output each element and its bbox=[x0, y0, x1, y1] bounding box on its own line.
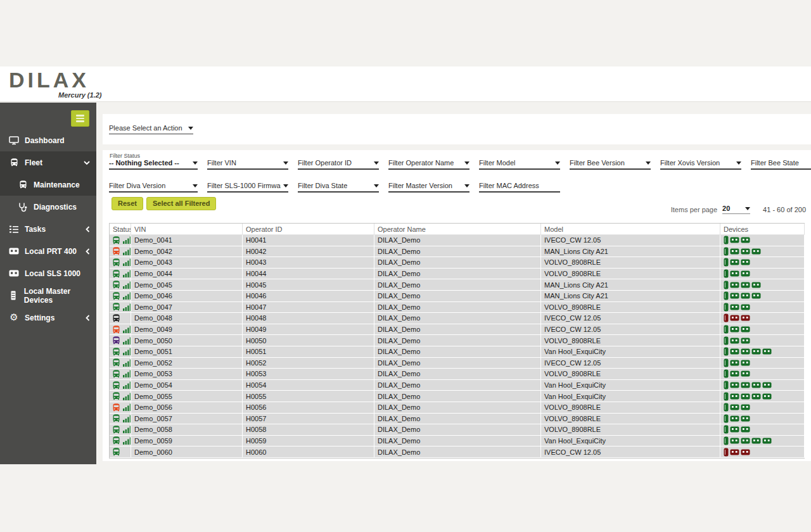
filter-select-filter-diva-version[interactable]: Filter Diva Version bbox=[109, 182, 198, 193]
filter-row-2: Filter Diva VersionFilter SLS-1000 Firmw… bbox=[109, 182, 560, 193]
reset-button[interactable]: Reset bbox=[112, 197, 143, 210]
table-row[interactable]: Demo_0050H0050DILAX_DemoVOLVO_8908RLE bbox=[110, 335, 805, 346]
bus-status-icon bbox=[112, 391, 121, 401]
filter-select-filter-operator-name[interactable]: Filter Operator Name bbox=[388, 159, 469, 170]
filter-select-filter-diva-state[interactable]: Filter Diva State bbox=[298, 182, 379, 193]
bus-status-icon bbox=[112, 403, 121, 412]
sensor-device-icon bbox=[741, 404, 750, 410]
sidebar-item-diagnostics[interactable]: Diagnostics bbox=[0, 196, 96, 218]
table-row[interactable]: Demo_0052H0052DILAX_DemoIVECO_CW 12.05 bbox=[110, 358, 805, 369]
filter-select-filter-xovis-version[interactable]: Filter Xovis Version bbox=[660, 159, 741, 170]
master-device-icon bbox=[724, 436, 729, 445]
table-row[interactable]: Demo_0044H0044DILAX_DemoVOLVO_8908RLE bbox=[110, 269, 805, 280]
sidebar-item-settings[interactable]: ⚙Settings bbox=[0, 307, 96, 329]
operator-name-cell: DILAX_Demo bbox=[374, 324, 541, 335]
table-row[interactable]: Demo_0059H0059DILAX_DemoVan Hool_ExquiCi… bbox=[110, 436, 805, 447]
filter-select-filter-operator-id[interactable]: Filter Operator ID bbox=[298, 159, 379, 170]
hamburger-icon bbox=[76, 120, 84, 122]
operator-id-cell: H0047 bbox=[243, 302, 374, 313]
sidebar-item-local-master-devices[interactable]: Local Master Devices bbox=[0, 284, 96, 307]
operator-id-cell: H0050 bbox=[243, 335, 374, 346]
table-row[interactable]: Demo_0045H0045DILAX_DemoMAN_Lions City A… bbox=[110, 279, 805, 291]
sidebar-item-dashboard[interactable]: Dashboard bbox=[0, 129, 96, 151]
model-cell: VOLVO_8908RLE bbox=[541, 257, 720, 268]
select-all-filtered-button[interactable]: Select all Filtered bbox=[146, 197, 216, 210]
table-row[interactable]: Demo_0060H0060DILAX_DemoIVECO_CW 12.05 bbox=[110, 446, 805, 458]
sidebar-item-local-prt-400[interactable]: Local PRT 400 bbox=[0, 240, 96, 262]
operator-name-cell: DILAX_Demo bbox=[374, 424, 541, 435]
chevron-left-icon bbox=[86, 315, 90, 321]
sidebar-item-maintenance[interactable]: Maintenance bbox=[0, 174, 96, 196]
operator-name-cell: DILAX_Demo bbox=[374, 291, 541, 301]
table-row[interactable]: Demo_0053H0053DILAX_DemoVOLVO_8908RLE bbox=[110, 369, 805, 380]
filter-select-filter-bee-state[interactable]: Filter Bee State bbox=[751, 159, 811, 170]
operator-name-cell: DILAX_Demo bbox=[374, 414, 541, 424]
chevron-left-icon bbox=[86, 226, 90, 232]
filter-select-filter-model[interactable]: Filter Model bbox=[479, 159, 560, 170]
devices-cell bbox=[720, 335, 805, 346]
devices-cell bbox=[720, 402, 805, 413]
signal-strength-icon bbox=[123, 348, 131, 355]
table-row[interactable]: Demo_0049H0049DILAX_DemoIVECO_CW 12.05 bbox=[110, 324, 805, 336]
sensor-device-icon bbox=[730, 382, 739, 388]
filter-value: Filter Diva Version bbox=[109, 182, 165, 189]
table-row[interactable]: Demo_0055H0055DILAX_DemoVan Hool_ExquiCi… bbox=[110, 391, 805, 402]
table-row[interactable]: Demo_0051H0051DILAX_DemoVan Hool_ExquiCi… bbox=[110, 346, 805, 358]
items-per-page-select[interactable]: 20 bbox=[722, 205, 750, 214]
table-row[interactable]: Demo_0058H0058DILAX_DemoVOLVO_8908RLE bbox=[110, 424, 805, 436]
model-cell: MAN_Lions City A21 bbox=[541, 246, 720, 257]
signal-strength-icon bbox=[123, 326, 131, 333]
model-cell: Van Hool_ExquiCity bbox=[541, 436, 720, 446]
column-header-operator-name[interactable]: Operator Name bbox=[374, 224, 541, 234]
dropdown-arrow-icon bbox=[283, 184, 288, 187]
sensor-device-icon bbox=[741, 237, 750, 243]
devices-cell bbox=[720, 235, 805, 246]
action-select[interactable]: Please Select an Action bbox=[109, 124, 193, 134]
sidebar-item-tasks[interactable]: Tasks bbox=[0, 218, 96, 240]
sensor-device-icon bbox=[730, 304, 739, 310]
sidebar-item-fleet[interactable]: Fleet bbox=[0, 151, 96, 174]
filter-select-filter-sls-1000-firmware-vers-[interactable]: Filter SLS-1000 Firmware Vers... bbox=[207, 182, 288, 193]
column-header-model[interactable]: Model bbox=[541, 224, 720, 234]
filter-select--nothing-selected-[interactable]: -- Nothing Selected -- bbox=[109, 159, 198, 170]
filter-select-filter-master-version[interactable]: Filter Master Version bbox=[388, 182, 469, 193]
table-row[interactable]: Demo_0043H0043DILAX_DemoVOLVO_8908RLE bbox=[110, 257, 805, 269]
model-cell: VOLVO_8908RLE bbox=[541, 335, 720, 346]
filter-select-filter-bee-version[interactable]: Filter Bee Version bbox=[570, 159, 651, 170]
column-header-status[interactable]: Status bbox=[110, 224, 131, 234]
app-header: DILAX Mercury (1.2) bbox=[0, 66, 811, 102]
table-row[interactable]: Demo_0041H0041DILAX_DemoIVECO_CW 12.05 bbox=[110, 235, 805, 246]
sensor-device-icon bbox=[730, 237, 739, 243]
filter-value: Filter Xovis Version bbox=[660, 159, 720, 167]
sensor-device-icon bbox=[730, 259, 739, 265]
vin-cell: Demo_0045 bbox=[131, 279, 243, 290]
sensor-device-icon bbox=[730, 282, 739, 288]
table-row[interactable]: Demo_0054H0054DILAX_DemoVan Hool_ExquiCi… bbox=[110, 380, 805, 391]
vin-cell: Demo_0042 bbox=[131, 246, 243, 257]
column-header-devices[interactable]: Devices bbox=[720, 224, 805, 234]
table-row[interactable]: Demo_0042H0042DILAX_DemoMAN_Lions City A… bbox=[110, 246, 805, 258]
devices-cell bbox=[720, 380, 805, 391]
sidebar-item-local-sls-1000[interactable]: Local SLS 1000 bbox=[0, 262, 96, 284]
signal-strength-icon bbox=[123, 292, 131, 300]
filter-select-filter-mac-address[interactable]: Filter MAC Address bbox=[479, 182, 560, 193]
table-row[interactable]: Demo_0047H0047DILAX_DemoVOLVO_8908RLE bbox=[110, 302, 805, 314]
sensor-device-icon bbox=[730, 449, 739, 455]
column-header-operator-id[interactable]: Operator ID bbox=[243, 224, 374, 234]
hamburger-menu-button[interactable] bbox=[71, 110, 89, 127]
sensor-device-icon bbox=[741, 293, 750, 299]
table-row[interactable]: Demo_0046H0046DILAX_DemoMAN_Lions City A… bbox=[110, 291, 805, 302]
filter-select-filter-vin[interactable]: Filter VIN bbox=[207, 159, 288, 170]
table-row[interactable]: Demo_0056H0056DILAX_DemoVOLVO_8908RLE bbox=[110, 402, 805, 414]
sidebar-item-label: Settings bbox=[25, 314, 54, 322]
table-row[interactable]: Demo_0048H0048DILAX_DemoIVECO_CW 12.05 bbox=[110, 313, 805, 324]
model-cell: IVECO_CW 12.05 bbox=[541, 324, 720, 335]
status-cell bbox=[110, 436, 131, 446]
sidebar-item-label: Fleet bbox=[25, 158, 42, 167]
sensor-device-icon bbox=[741, 438, 750, 444]
column-header-vin[interactable]: VIN bbox=[131, 224, 243, 234]
bus-status-icon bbox=[112, 347, 121, 357]
sensor-device-icon bbox=[741, 282, 750, 288]
sensor-device-icon bbox=[751, 282, 761, 288]
table-row[interactable]: Demo_0057H0057DILAX_DemoVOLVO_8908RLE bbox=[110, 414, 805, 425]
